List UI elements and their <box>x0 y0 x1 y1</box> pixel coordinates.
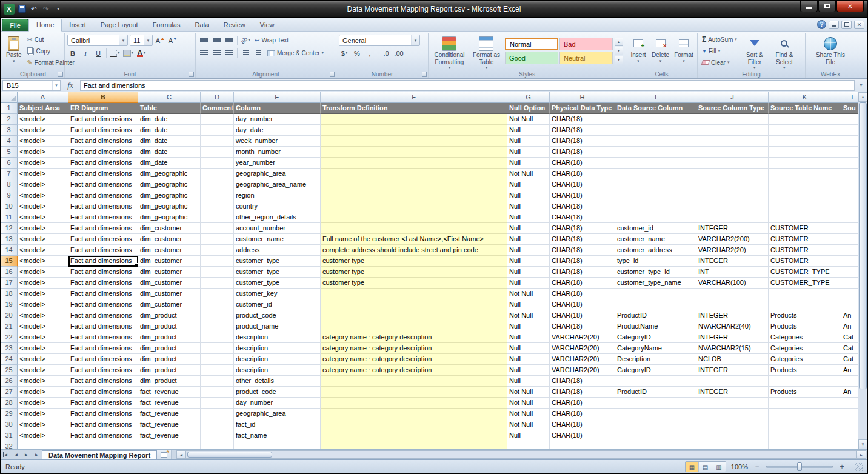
zoom-slider[interactable] <box>766 466 833 468</box>
cell-C10[interactable]: dim_geographic <box>138 201 201 212</box>
cell-C28[interactable]: fact_revenue <box>138 398 201 409</box>
format-as-table-button[interactable]: Format as Table ▾ <box>470 34 503 71</box>
cell-F23[interactable]: category name : category description <box>321 343 507 354</box>
cell-C7[interactable]: dim_geographic <box>138 169 201 179</box>
cell-E13[interactable]: customer_name <box>234 234 321 245</box>
cell-F4[interactable] <box>321 136 507 147</box>
cell-D2[interactable] <box>201 114 234 125</box>
cell-D7[interactable] <box>201 169 234 179</box>
cell-E9[interactable]: region <box>234 190 321 201</box>
cell-H17[interactable]: CHAR(18) <box>550 278 615 289</box>
font-size-select[interactable]: 11▾ <box>130 35 153 46</box>
cell-J13[interactable]: VARCHAR2(200) <box>696 234 769 245</box>
cell-H14[interactable]: CHAR(18) <box>550 245 615 256</box>
cell-L5[interactable] <box>841 147 858 158</box>
cell-B8[interactable]: Fact and dimensions <box>68 179 138 190</box>
cell-J17[interactable]: VARCHAR(100) <box>696 278 769 289</box>
row-header-19[interactable]: 19 <box>1 299 18 310</box>
cell-E16[interactable]: customer_type <box>234 267 321 278</box>
cell-A31[interactable]: <model> <box>18 430 68 441</box>
cell-K20[interactable]: Products <box>769 310 841 321</box>
borders-button[interactable]: ▾ <box>109 48 121 59</box>
cell-I28[interactable] <box>615 398 696 409</box>
cell-L25[interactable]: An <box>841 365 858 376</box>
cell-F19[interactable] <box>321 299 507 310</box>
cell-J21[interactable]: NVARCHAR2(40) <box>696 321 769 332</box>
align-top-button[interactable] <box>198 35 209 46</box>
clear-button[interactable]: Clear▾ <box>700 57 739 68</box>
cell-I6[interactable] <box>615 158 696 169</box>
increase-indent-button[interactable] <box>253 48 264 59</box>
cell-K31[interactable] <box>769 430 841 441</box>
cell-K4[interactable] <box>769 136 841 147</box>
cell-C4[interactable]: dim_date <box>138 136 201 147</box>
cell-A9[interactable]: <model> <box>18 190 68 201</box>
row-header-2[interactable]: 2 <box>1 114 18 125</box>
workbook-restore-button[interactable] <box>841 21 852 29</box>
name-box-dropdown-icon[interactable]: ▾ <box>52 81 60 90</box>
cell-D27[interactable] <box>201 387 234 398</box>
undo-button[interactable]: ↶ <box>29 4 39 14</box>
cell-B2[interactable]: Fact and dimensions <box>68 114 138 125</box>
cell-J32[interactable] <box>696 441 769 449</box>
insert-cells-button[interactable]: Insert ▾ <box>629 34 648 64</box>
cell-L21[interactable]: An <box>841 321 858 332</box>
cell-A4[interactable]: <model> <box>18 136 68 147</box>
cell-H19[interactable]: CHAR(18) <box>550 299 615 310</box>
cell-K13[interactable]: CUSTOMER <box>769 234 841 245</box>
cell-L12[interactable] <box>841 223 858 234</box>
cell-J1[interactable]: Source Column Type <box>696 103 769 114</box>
zoom-in-button[interactable]: + <box>838 462 846 471</box>
cell-G8[interactable]: Null <box>507 179 550 190</box>
cell-L8[interactable] <box>841 179 858 190</box>
cell-D14[interactable] <box>201 245 234 256</box>
cell-K24[interactable]: Categories <box>769 354 841 365</box>
cell-I12[interactable]: customer_id <box>615 223 696 234</box>
cell-B9[interactable]: Fact and dimensions <box>68 190 138 201</box>
cell-F28[interactable] <box>321 398 507 409</box>
select-all-corner[interactable] <box>1 92 18 103</box>
cell-J9[interactable] <box>696 190 769 201</box>
cell-C23[interactable]: dim_product <box>138 343 201 354</box>
horizontal-scroll-track[interactable] <box>186 450 856 459</box>
cell-G17[interactable]: Null <box>507 278 550 289</box>
cell-C16[interactable]: dim_customer <box>138 267 201 278</box>
cell-H24[interactable]: VARCHAR2(20) <box>550 354 615 365</box>
cell-D21[interactable] <box>201 321 234 332</box>
cell-F22[interactable]: category name : category description <box>321 332 507 343</box>
row-header-20[interactable]: 20 <box>1 310 18 321</box>
cell-D29[interactable] <box>201 409 234 419</box>
cell-H9[interactable]: CHAR(18) <box>550 190 615 201</box>
cell-J31[interactable] <box>696 430 769 441</box>
page-break-view-button[interactable]: ▥ <box>712 462 726 472</box>
vertical-scrollbar[interactable]: ▲ ▼ <box>858 92 867 449</box>
cell-E25[interactable]: description <box>234 365 321 376</box>
cell-J25[interactable]: INTEGER <box>696 365 769 376</box>
paste-button[interactable]: Paste ▾ <box>4 34 24 64</box>
cell-A29[interactable]: <model> <box>18 409 68 419</box>
cell-J20[interactable]: INTEGER <box>696 310 769 321</box>
cell-K29[interactable] <box>769 409 841 419</box>
cell-K27[interactable]: Products <box>769 387 841 398</box>
cell-K2[interactable] <box>769 114 841 125</box>
formula-input[interactable]: Fact and dimensions <box>80 80 855 91</box>
cell-F13[interactable]: Full name of the customer <Last Name>,<F… <box>321 234 507 245</box>
cell-A15[interactable]: <model> <box>18 256 68 267</box>
cell-I10[interactable] <box>615 201 696 212</box>
gallery-more-button[interactable]: ▼ <box>615 56 623 64</box>
cell-F14[interactable]: complete address should include street a… <box>321 245 507 256</box>
cell-I31[interactable] <box>615 430 696 441</box>
cell-D19[interactable] <box>201 299 234 310</box>
clipboard-dialog-launcher[interactable] <box>58 72 63 77</box>
tab-data[interactable]: Data <box>187 19 216 31</box>
cell-K26[interactable] <box>769 376 841 387</box>
cell-I15[interactable]: type_id <box>615 256 696 267</box>
cell-B1[interactable]: ER Diagram <box>68 103 138 114</box>
cell-D8[interactable] <box>201 179 234 190</box>
cell-E27[interactable]: product_code <box>234 387 321 398</box>
decrease-indent-button[interactable] <box>240 48 251 59</box>
cell-F27[interactable] <box>321 387 507 398</box>
cell-A16[interactable]: <model> <box>18 267 68 278</box>
cell-A20[interactable]: <model> <box>18 310 68 321</box>
cell-K32[interactable] <box>769 441 841 449</box>
